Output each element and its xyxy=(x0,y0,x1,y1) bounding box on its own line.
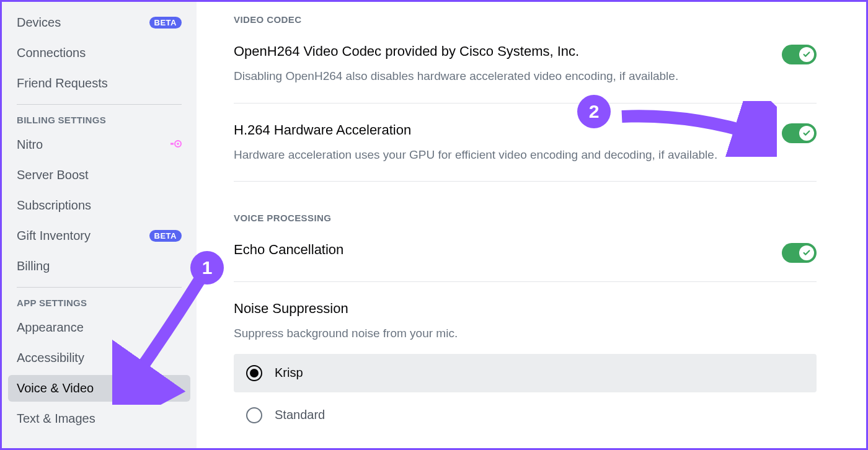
setting-text: OpenH264 Video Codec provided by Cisco S… xyxy=(234,43,678,84)
setting-title: Noise Suppression xyxy=(234,301,817,317)
radio-label: Standard xyxy=(275,408,325,422)
sidebar-item-connections[interactable]: Connections xyxy=(8,40,190,66)
beta-badge: BETA xyxy=(149,17,182,29)
radio-icon xyxy=(246,365,262,381)
sidebar-item-label: Gift Inventory xyxy=(17,229,91,243)
check-icon xyxy=(802,129,811,138)
sidebar-item-label: Server Boost xyxy=(17,168,89,182)
sidebar-divider xyxy=(17,287,182,288)
setting-title: H.264 Hardware Acceleration xyxy=(234,122,717,138)
nitro-icon xyxy=(170,139,182,150)
toggle-echo-cancel[interactable] xyxy=(782,243,817,263)
check-icon xyxy=(802,249,811,257)
sidebar-item-gift-inventory[interactable]: Gift Inventory BETA xyxy=(8,223,190,249)
sidebar-item-nitro[interactable]: Nitro xyxy=(8,131,190,158)
setting-desc: Hardware acceleration uses your GPU for … xyxy=(234,147,717,163)
sidebar-item-label: Appearance xyxy=(17,320,84,335)
radio-inner xyxy=(250,369,259,377)
setting-desc: Disabling OpenH264 also disables hardwar… xyxy=(234,68,678,84)
main-divider xyxy=(234,181,817,182)
main-divider xyxy=(234,103,817,104)
svg-point-1 xyxy=(177,143,179,145)
sidebar-divider xyxy=(17,104,182,105)
toggle-openh264[interactable] xyxy=(782,45,817,64)
section-heading-voice-processing: VOICE PROCESSING xyxy=(234,213,817,223)
radio-label: Krisp xyxy=(275,366,303,380)
sidebar-item-accessibility[interactable]: Accessibility xyxy=(8,345,190,371)
toggle-knob xyxy=(799,47,814,62)
sidebar-heading-billing: BILLING SETTINGS xyxy=(8,115,190,131)
main-divider xyxy=(234,281,817,282)
sidebar-item-billing[interactable]: Billing xyxy=(8,253,190,280)
setting-text: H.264 Hardware Acceleration Hardware acc… xyxy=(234,122,717,163)
sidebar-item-friend-requests[interactable]: Friend Requests xyxy=(8,70,190,97)
section-heading-video-codec: VIDEO CODEC xyxy=(234,14,817,25)
setting-echo-cancel: Echo Cancellation xyxy=(234,242,817,263)
setting-h264-accel: H.264 Hardware Acceleration Hardware acc… xyxy=(234,122,817,163)
sidebar-item-label: Devices xyxy=(17,15,61,30)
sidebar-item-label: Subscriptions xyxy=(17,198,91,213)
sidebar-item-text-images[interactable]: Text & Images xyxy=(8,405,190,432)
setting-title: OpenH264 Video Codec provided by Cisco S… xyxy=(234,43,678,60)
sidebar-item-label: Text & Images xyxy=(17,412,95,426)
setting-title: Echo Cancellation xyxy=(234,242,343,258)
sidebar: Devices BETA Connections Friend Requests… xyxy=(2,2,197,448)
sidebar-item-devices[interactable]: Devices BETA xyxy=(8,9,190,36)
sidebar-item-label: Nitro xyxy=(17,138,43,152)
svg-rect-2 xyxy=(170,143,174,145)
radio-option-standard[interactable]: Standard xyxy=(234,401,817,430)
sidebar-item-label: Billing xyxy=(17,259,50,273)
check-icon xyxy=(802,50,811,59)
main-content: VIDEO CODEC OpenH264 Video Codec provide… xyxy=(197,2,866,448)
sidebar-heading-app: APP SETTINGS xyxy=(8,298,190,314)
radio-option-krisp[interactable]: Krisp xyxy=(234,354,817,392)
toggle-h264-accel[interactable] xyxy=(782,123,817,143)
setting-noise-suppression: Noise Suppression Suppress background no… xyxy=(234,301,817,430)
sidebar-item-server-boost[interactable]: Server Boost xyxy=(8,162,190,188)
setting-openh264: OpenH264 Video Codec provided by Cisco S… xyxy=(234,43,817,84)
sidebar-item-appearance[interactable]: Appearance xyxy=(8,314,190,341)
beta-badge: BETA xyxy=(149,230,182,242)
radio-icon xyxy=(246,407,262,423)
sidebar-item-label: Voice & Video xyxy=(17,381,94,395)
sidebar-item-label: Connections xyxy=(17,46,86,60)
sidebar-item-subscriptions[interactable]: Subscriptions xyxy=(8,192,190,219)
setting-desc: Suppress background noise from your mic. xyxy=(234,325,817,342)
sidebar-item-voice-video[interactable]: Voice & Video xyxy=(8,375,190,402)
sidebar-item-label: Accessibility xyxy=(17,351,84,365)
toggle-knob xyxy=(799,126,814,141)
toggle-knob xyxy=(799,245,814,260)
sidebar-item-label: Friend Requests xyxy=(17,76,108,90)
